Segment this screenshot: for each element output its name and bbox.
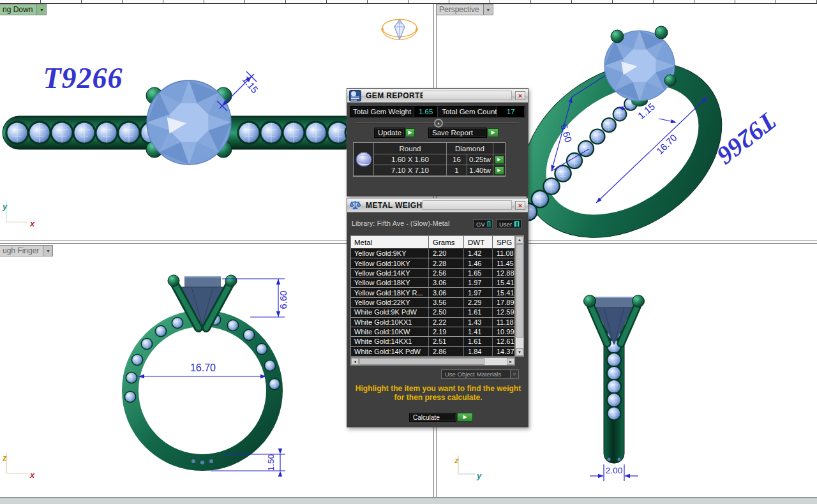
metal-row[interactable]: White Gold:10KX1 2.22 1.43 11.18 — [351, 318, 514, 327]
metal-dwt: 1.84 — [464, 347, 493, 356]
metal-name: White Gold:10KX1 — [351, 318, 429, 327]
save-report-button[interactable]: Save Report — [428, 128, 487, 138]
metal-spg: 14.37 — [493, 347, 514, 356]
metal-dwt: 1.46 — [464, 258, 493, 267]
scrollbar-thumb[interactable] — [359, 358, 484, 365]
update-go-icon[interactable]: ▶ — [405, 128, 415, 137]
metal-row[interactable]: White Gold:14KX1 2.51 1.61 12.61 — [351, 337, 514, 346]
gv-button[interactable]: GV — [473, 219, 493, 228]
viewport-tab-label: Perspective — [437, 4, 483, 15]
chevron-down-icon[interactable]: ▼ — [36, 4, 46, 15]
gem-row-action[interactable]: ▶ — [493, 154, 505, 165]
metal-grams: 2.19 — [429, 327, 464, 336]
scroll-left-icon[interactable]: ◄ — [351, 358, 359, 365]
metal-dwt: 1.43 — [464, 318, 493, 327]
metal-grams: 2.20 — [429, 249, 464, 258]
axis-gizmo: z x — [2, 453, 35, 480]
library-label: Library: Fifth Ave - (Slow)-Metal — [352, 219, 449, 227]
metal-row[interactable]: Yellow Gold:14KY 2.56 1.65 12.88 — [351, 269, 514, 278]
radio-icon[interactable]: ○ — [510, 370, 518, 378]
use-object-materials-button[interactable]: Use Object Materials ○ — [441, 369, 519, 379]
metal-grams: 2.50 — [429, 308, 464, 316]
scroll-down-icon[interactable]: ▼ — [516, 348, 523, 356]
metal-name: Yellow Gold:9KY — [351, 249, 429, 258]
dim-value: 1.50 — [266, 454, 276, 471]
metal-dwt: 1.97 — [464, 288, 493, 297]
metal-row[interactable]: White Gold:9K PdW 2.50 1.61 12.59 — [351, 308, 514, 317]
viewport-tab-looking-down[interactable]: ng Down ▼ — [0, 4, 47, 15]
axis-y-label: y — [2, 202, 8, 211]
shape-header: Round — [374, 143, 447, 154]
viewport-tab-perspective[interactable]: Perspective ▼ — [437, 4, 493, 15]
close-icon[interactable]: × — [515, 201, 525, 210]
gem-weight: 0.25tw — [467, 154, 493, 165]
metal-grams: 2.56 — [429, 269, 464, 278]
spacer — [493, 143, 505, 154]
user-button[interactable]: User — [496, 219, 521, 228]
metal-row[interactable]: White Gold:14K PdW 2.86 1.84 14.37 — [351, 347, 514, 356]
calculate-button[interactable]: Calculate — [409, 413, 456, 422]
indicator-icon — [514, 221, 520, 227]
gem-thumbnail — [354, 143, 374, 176]
axis-x-label: x — [29, 219, 35, 228]
metal-weights-titlebar[interactable]: METAL WEIGHTS × — [347, 198, 528, 212]
metal-spg: 12.61 — [493, 337, 514, 346]
metal-grams: 2.51 — [429, 337, 464, 346]
titlebar-groove — [423, 91, 512, 100]
metal-row[interactable]: Yellow Gold:18KY R... 3.06 1.97 15.41 — [351, 288, 514, 297]
total-gem-count-value: 17 — [497, 107, 525, 117]
metal-dwt: 1.97 — [464, 278, 493, 287]
metal-name: Yellow Gold:18KY R... — [351, 288, 429, 297]
collapse-button[interactable]: ▲ — [434, 119, 443, 128]
user-label: User — [499, 221, 512, 228]
metal-row[interactable]: Yellow Gold:10KY 2.28 1.46 11.45 — [351, 258, 514, 268]
dim-value: 2.00 — [606, 466, 622, 475]
horizontal-scrollbar[interactable]: ◄ ► — [350, 357, 515, 366]
col-metal: Metal — [351, 236, 429, 248]
save-report-go-icon[interactable]: ▶ — [488, 128, 498, 137]
titlebar-groove — [423, 200, 512, 210]
calculate-hint: Highlight the item you want to find the … — [352, 385, 524, 402]
metal-name: Yellow Gold:22KY — [351, 298, 429, 307]
close-icon[interactable]: × — [515, 91, 525, 100]
metal-weights-panel: METAL WEIGHTS × Library: Fifth Ave - (Sl… — [347, 198, 528, 427]
metal-spg: 11.08 — [493, 249, 514, 258]
chevron-down-icon[interactable]: ▼ — [483, 4, 493, 15]
metal-grams: 2.86 — [429, 347, 464, 356]
axis-gizmo: y x — [2, 202, 35, 228]
chevron-down-icon[interactable]: ▼ — [43, 246, 52, 256]
row-go-icon[interactable]: ▶ — [495, 167, 504, 175]
scroll-up-icon[interactable]: ▲ — [516, 236, 523, 244]
metal-grams: 3.06 — [429, 288, 464, 297]
metal-spg: 15.41 — [493, 288, 514, 297]
metal-weights-icon — [349, 200, 361, 211]
metal-grams: 2.28 — [429, 258, 464, 267]
viewport-tab-label: ng Down — [0, 4, 36, 15]
gem-totals-row: Total Gem Weight 1.65 Total Gem Count 17 — [350, 106, 525, 117]
metal-name: White Gold:14K PdW — [351, 347, 429, 356]
metal-row[interactable]: Yellow Gold:18KY 3.06 1.97 15.41 — [351, 278, 514, 288]
metal-row[interactable]: Yellow Gold:9KY 2.20 1.42 11.08 — [351, 249, 514, 258]
metal-name: White Gold:10KW — [351, 327, 429, 336]
row-go-icon[interactable]: ▶ — [495, 156, 504, 164]
metal-weights-table: Metal Grams DWT SPG Yellow Gold:9KY 2.20… — [350, 235, 515, 357]
model-label: T9266 — [43, 62, 123, 94]
viewport-tab-through-finger[interactable]: ugh Finger ▼ — [0, 245, 53, 256]
dimension-shank-width: 2.00 — [590, 464, 638, 481]
metal-row[interactable]: White Gold:10KW 2.19 1.41 10.99 — [351, 327, 514, 337]
vertical-scrollbar[interactable]: ▲ ▼ — [515, 235, 524, 357]
gem-row-action[interactable]: ▶ — [493, 165, 505, 176]
axis-gizmo: z y — [454, 456, 482, 480]
calculate-go-icon[interactable]: ▶ — [457, 413, 473, 422]
total-gem-weight-label: Total Gem Weight — [350, 108, 411, 115]
scroll-right-icon[interactable]: ► — [507, 358, 514, 365]
metal-dwt: 1.61 — [464, 337, 493, 346]
metal-row[interactable]: Yellow Gold:22KY 3.56 2.29 17.89 — [351, 298, 514, 308]
metal-spg: 15.41 — [493, 278, 514, 287]
scrollbar-thumb[interactable] — [516, 244, 523, 337]
center-stone-top — [146, 80, 232, 165]
panel-title: GEM REPORTER — [366, 91, 431, 100]
gem-reporter-titlebar[interactable]: GEM REPORTER × — [347, 89, 528, 103]
update-button[interactable]: Update — [374, 128, 405, 138]
model-label-rotated: T9266 — [712, 107, 782, 170]
